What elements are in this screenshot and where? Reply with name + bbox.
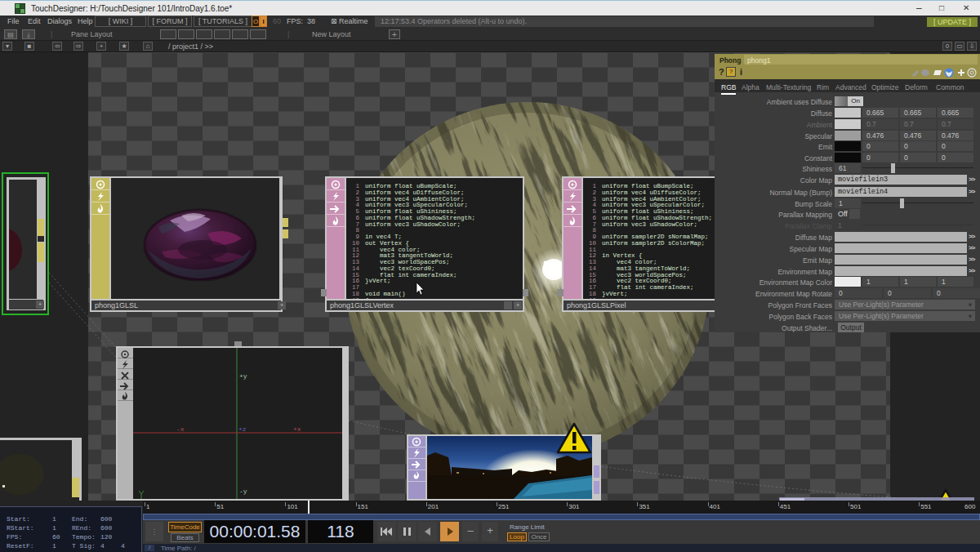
svg-text:+x: +x: [293, 425, 301, 433]
svg-text:-y: -y: [239, 487, 247, 495]
svg-text:-x: -x: [176, 425, 185, 433]
svg-text:+z: +z: [238, 425, 247, 433]
svg-text:+y: +y: [239, 372, 247, 380]
